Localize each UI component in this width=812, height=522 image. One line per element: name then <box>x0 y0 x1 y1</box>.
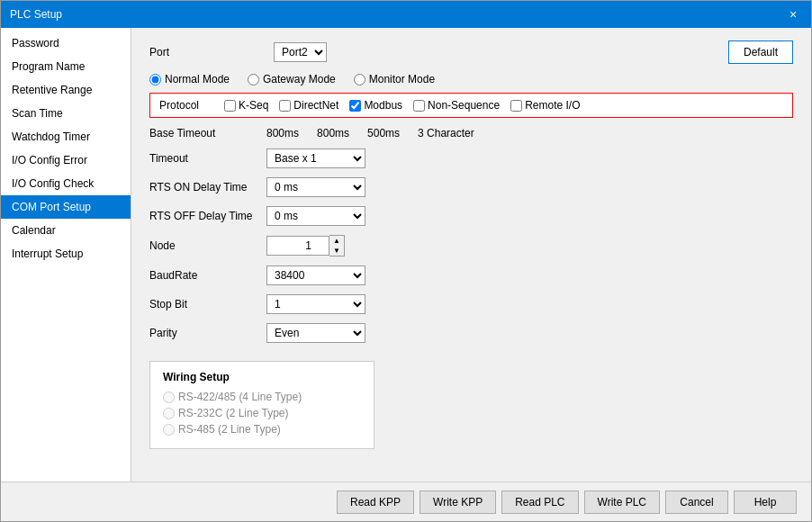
rts-on-row: RTS ON Delay Time 0 ms 1 ms 2 ms 5 ms 10… <box>149 177 793 197</box>
protocol-box: Protocol K-Seq DirectNet Modbus Non-Sequ… <box>149 93 793 118</box>
main-content: Port Port1 Port2 Port3 Default Normal Mo… <box>131 28 811 482</box>
nonsequence-label: Non-Sequence <box>428 99 500 112</box>
protocol-label: Protocol <box>159 99 213 112</box>
node-spinner-btns: ▲ ▼ <box>329 235 345 256</box>
monitor-mode-radio[interactable]: Monitor Mode <box>354 73 435 86</box>
sidebar-item-retentive-range[interactable]: Retentive Range <box>1 78 131 102</box>
directnet-checkbox[interactable]: DirectNet <box>279 99 338 112</box>
parity-select[interactable]: Even Odd None <box>266 323 365 343</box>
node-spinner: ▲ ▼ <box>266 235 345 256</box>
rts-off-row: RTS OFF Delay Time 0 ms 1 ms 2 ms 5 ms 1… <box>149 206 793 226</box>
wiring-rs422-label: RS-422/485 (4 Line Type) <box>178 391 302 403</box>
wiring-rs485-radio[interactable]: RS-485 (2 Line Type) <box>163 423 361 436</box>
gateway-mode-label: Gateway Mode <box>263 73 336 86</box>
sidebar-item-program-name[interactable]: Program Name <box>1 55 131 78</box>
close-button[interactable]: × <box>784 5 802 23</box>
base-timeout-values: 800ms 800ms 500ms 3 Character <box>266 127 474 140</box>
sidebar-item-password[interactable]: Password <box>1 32 131 55</box>
read-plc-button[interactable]: Read PLC <box>501 490 578 514</box>
default-button[interactable]: Default <box>728 40 793 64</box>
nonsequence-checkbox[interactable]: Non-Sequence <box>413 99 500 112</box>
rts-off-select[interactable]: 0 ms 1 ms 2 ms 5 ms 10 ms <box>266 206 365 226</box>
rts-on-label: RTS ON Delay Time <box>149 181 266 194</box>
node-input[interactable] <box>266 236 329 256</box>
wiring-rs422-radio[interactable]: RS-422/485 (4 Line Type) <box>163 391 361 403</box>
dialog-title: PLC Setup <box>10 8 62 21</box>
wiring-rs232-radio[interactable]: RS-232C (2 Line Type) <box>163 407 361 419</box>
wiring-rs485-label: RS-485 (2 Line Type) <box>178 423 281 436</box>
base-timeout-val3: 500ms <box>367 127 400 140</box>
baudrate-label: BaudRate <box>149 269 266 282</box>
remoteio-label: Remote I/O <box>525 99 580 112</box>
cancel-button[interactable]: Cancel <box>665 490 728 514</box>
modbus-checkbox[interactable]: Modbus <box>349 99 402 112</box>
write-kpp-button[interactable]: Write KPP <box>420 490 496 514</box>
base-timeout-val1: 800ms <box>266 127 299 140</box>
gateway-mode-radio[interactable]: Gateway Mode <box>248 73 336 86</box>
sidebar-item-io-config-check[interactable]: I/O Config Check <box>1 172 131 195</box>
normal-mode-label: Normal Mode <box>165 73 230 86</box>
dialog-body: PasswordProgram NameRetentive RangeScan … <box>1 28 811 482</box>
kseq-label: K-Seq <box>239 99 268 112</box>
parity-label: Parity <box>149 327 266 339</box>
base-timeout-row: Base Timeout 800ms 800ms 500ms 3 Charact… <box>149 127 793 140</box>
node-label: Node <box>149 239 266 252</box>
baudrate-select[interactable]: 9600 19200 38400 57600 115200 <box>266 266 365 285</box>
timeout-row: Timeout Base x 1 Base x 2 Base x 4 Base … <box>149 148 793 168</box>
node-decrement-btn[interactable]: ▼ <box>329 246 344 256</box>
sidebar-item-interrupt-setup[interactable]: Interrupt Setup <box>1 242 131 266</box>
footer: Read KPP Write KPP Read PLC Write PLC Ca… <box>1 482 811 521</box>
write-plc-button[interactable]: Write PLC <box>584 490 660 514</box>
parity-row: Parity Even Odd None <box>149 323 793 343</box>
title-bar: PLC Setup × <box>1 1 811 28</box>
dialog-plc-setup: PLC Setup × PasswordProgram NameRetentiv… <box>0 0 812 522</box>
base-timeout-val4: 3 Character <box>418 127 474 140</box>
base-timeout-label: Base Timeout <box>149 127 266 140</box>
timeout-select[interactable]: Base x 1 Base x 2 Base x 4 Base x 8 <box>266 148 365 168</box>
stopbit-select[interactable]: 1 2 <box>266 294 365 314</box>
port-select[interactable]: Port1 Port2 Port3 <box>274 42 327 62</box>
modbus-label: Modbus <box>364 99 402 112</box>
timeout-label: Timeout <box>149 152 266 165</box>
rts-on-select[interactable]: 0 ms 1 ms 2 ms 5 ms 10 ms <box>266 177 365 197</box>
sidebar-item-io-config-error[interactable]: I/O Config Error <box>1 148 131 172</box>
wiring-section: Wiring Setup RS-422/485 (4 Line Type) RS… <box>149 361 374 449</box>
mode-radio-group: Normal Mode Gateway Mode Monitor Mode <box>149 73 793 86</box>
baudrate-row: BaudRate 9600 19200 38400 57600 115200 <box>149 266 793 285</box>
sidebar-item-scan-time[interactable]: Scan Time <box>1 102 131 125</box>
port-label: Port <box>149 46 266 58</box>
rts-off-label: RTS OFF Delay Time <box>149 210 266 222</box>
wiring-rs232-label: RS-232C (2 Line Type) <box>178 407 289 419</box>
monitor-mode-label: Monitor Mode <box>369 73 435 86</box>
sidebar-item-calendar[interactable]: Calendar <box>1 219 131 242</box>
normal-mode-radio[interactable]: Normal Mode <box>149 73 230 86</box>
port-left: Port Port1 Port2 Port3 <box>149 42 327 62</box>
sidebar-item-watchdog-timer[interactable]: Watchdog Timer <box>1 125 131 148</box>
remoteio-checkbox[interactable]: Remote I/O <box>510 99 580 112</box>
node-row: Node ▲ ▼ <box>149 235 793 256</box>
base-timeout-val2: 800ms <box>317 127 349 140</box>
help-button[interactable]: Help <box>734 490 797 514</box>
wiring-title: Wiring Setup <box>163 371 361 383</box>
read-kpp-button[interactable]: Read KPP <box>337 490 414 514</box>
stopbit-row: Stop Bit 1 2 <box>149 294 793 314</box>
port-row: Port Port1 Port2 Port3 Default <box>149 40 793 64</box>
directnet-label: DirectNet <box>293 99 338 112</box>
stopbit-label: Stop Bit <box>149 298 266 310</box>
node-increment-btn[interactable]: ▲ <box>329 236 344 246</box>
kseq-checkbox[interactable]: K-Seq <box>224 99 268 112</box>
sidebar: PasswordProgram NameRetentive RangeScan … <box>1 28 131 482</box>
sidebar-item-com-port-setup[interactable]: COM Port Setup <box>1 195 131 219</box>
